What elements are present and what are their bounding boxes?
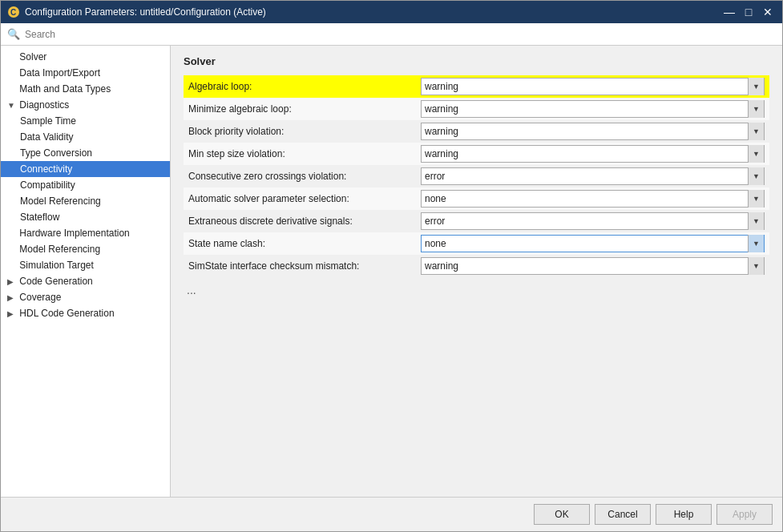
cancel-button[interactable]: Cancel xyxy=(595,504,651,525)
sidebar-item-model-referencing[interactable]: Model Referencing xyxy=(1,241,170,257)
panel-title: Solver xyxy=(184,55,769,67)
apply-button[interactable]: Apply xyxy=(716,504,773,525)
app-icon: C xyxy=(7,6,20,18)
svg-text:C: C xyxy=(10,8,16,17)
expand-icon: ▶ xyxy=(7,309,17,318)
collapse-icon: ▼ xyxy=(7,101,17,110)
dropdown-arrow-extraneous[interactable]: ▼ xyxy=(748,212,764,230)
dropdown-min-step[interactable]: warning ▼ xyxy=(421,145,765,163)
dropdown-text-block-priority: warning xyxy=(422,126,748,137)
param-label-block-priority: Block priority violation: xyxy=(184,120,416,143)
ellipsis: ... xyxy=(184,277,769,303)
sidebar-item-solver[interactable]: Solver xyxy=(1,49,170,65)
param-label-zero-crossings: Consecutive zero crossings violation: xyxy=(184,165,416,187)
sidebar-label-solver: Solver xyxy=(19,51,46,62)
sidebar-item-hdl-code-gen[interactable]: ▶ HDL Code Generation xyxy=(1,305,170,321)
dropdown-auto-solver[interactable]: none ▼ xyxy=(421,190,765,208)
param-label-min-step: Min step size violation: xyxy=(184,143,416,165)
titlebar: C Configuration Parameters: untitled/Con… xyxy=(1,1,782,23)
param-value-state-name: none ▼ xyxy=(416,232,769,255)
sidebar-item-math-data-types[interactable]: Math and Data Types xyxy=(1,81,170,97)
dropdown-arrow-min-step[interactable]: ▼ xyxy=(748,145,764,163)
table-row: SimState interface checksum mismatch: wa… xyxy=(184,255,769,277)
table-row: Block priority violation: warning ▼ xyxy=(184,120,769,143)
dropdown-state-name[interactable]: none ▼ xyxy=(421,235,765,252)
sidebar-label-data-import: Data Import/Export xyxy=(19,67,100,79)
sidebar-label-connectivity: Connectivity xyxy=(20,163,72,175)
dropdown-arrow-minimize[interactable]: ▼ xyxy=(748,100,764,118)
sidebar-item-code-generation[interactable]: ▶ Code Generation xyxy=(1,273,170,289)
minimize-button[interactable]: — xyxy=(721,4,737,20)
param-value-zero-crossings: error ▼ xyxy=(416,165,769,187)
dropdown-text-state-name: none xyxy=(422,238,748,249)
sidebar-label-model-ref: Model Referencing xyxy=(19,244,100,255)
sidebar-item-model-referencing-child[interactable]: Model Referencing xyxy=(1,193,170,209)
maximize-button[interactable]: □ xyxy=(741,4,757,20)
sidebar-item-connectivity[interactable]: Connectivity xyxy=(1,161,170,177)
sidebar-label-data-validity: Data Validity xyxy=(20,131,73,143)
param-value-min-step: warning ▼ xyxy=(416,143,769,165)
param-label-minimize: Minimize algebraic loop: xyxy=(184,98,416,120)
dropdown-simstate[interactable]: warning ▼ xyxy=(421,257,765,275)
param-value-extraneous: error ▼ xyxy=(416,210,769,232)
dropdown-arrow-algebraic-loop[interactable]: ▼ xyxy=(748,78,764,95)
param-value-algebraic-loop: warning ▼ xyxy=(416,75,769,98)
params-table: Algebraic loop: warning ▼ Minimize algeb… xyxy=(184,75,769,277)
ok-button[interactable]: OK xyxy=(534,504,590,525)
sidebar-label-hardware-impl: Hardware Implementation xyxy=(19,228,129,239)
param-value-minimize: warning ▼ xyxy=(416,98,769,120)
sidebar-label-type-conversion: Type Conversion xyxy=(20,147,92,159)
expand-icon: ▶ xyxy=(7,277,17,286)
sidebar-label-math: Math and Data Types xyxy=(19,83,111,95)
param-label-state-name: State name clash: xyxy=(184,232,416,255)
window-controls: — □ ✕ xyxy=(721,4,776,20)
dropdown-arrow-simstate[interactable]: ▼ xyxy=(748,257,764,275)
param-label-simstate: SimState interface checksum mismatch: xyxy=(184,255,416,277)
sidebar-label-coverage: Coverage xyxy=(19,292,61,303)
expand-icon: ▶ xyxy=(7,293,17,302)
dropdown-arrow-block-priority[interactable]: ▼ xyxy=(748,123,764,140)
sidebar-item-hardware-impl[interactable]: Hardware Implementation xyxy=(1,225,170,241)
dropdown-arrow-auto-solver[interactable]: ▼ xyxy=(748,190,764,208)
window-title: Configuration Parameters: untitled/Confi… xyxy=(25,6,721,18)
param-label-extraneous: Extraneous discrete derivative signals: xyxy=(184,210,416,232)
sidebar-item-stateflow[interactable]: Stateflow xyxy=(1,209,170,225)
table-row: State name clash: none ▼ xyxy=(184,232,769,255)
sidebar-item-sample-time[interactable]: Sample Time xyxy=(1,113,170,129)
dropdown-text-extraneous: error xyxy=(422,216,748,227)
dropdown-block-priority[interactable]: warning ▼ xyxy=(421,123,765,140)
dropdown-minimize[interactable]: warning ▼ xyxy=(421,100,765,118)
sidebar-label-sim-target: Simulation Target xyxy=(19,260,94,271)
search-icon: 🔍 xyxy=(7,28,20,40)
sidebar-item-data-import-export[interactable]: Data Import/Export xyxy=(1,65,170,81)
sidebar-label-diagnostics: Diagnostics xyxy=(19,99,69,111)
sidebar: Solver Data Import/Export Math and Data … xyxy=(1,46,171,497)
dropdown-text-algebraic-loop: warning xyxy=(422,81,748,92)
param-label-algebraic-loop: Algebraic loop: xyxy=(184,75,416,98)
sidebar-item-type-conversion[interactable]: Type Conversion xyxy=(1,145,170,161)
sidebar-item-data-validity[interactable]: Data Validity xyxy=(1,129,170,145)
sidebar-item-coverage[interactable]: ▶ Coverage xyxy=(1,289,170,305)
help-button[interactable]: Help xyxy=(656,504,712,525)
main-panel: Solver Algebraic loop: warning ▼ Minim xyxy=(171,46,782,497)
table-row: Minimize algebraic loop: warning ▼ xyxy=(184,98,769,120)
search-bar: 🔍 xyxy=(1,23,782,46)
table-row: Automatic solver parameter selection: no… xyxy=(184,187,769,210)
table-row: Extraneous discrete derivative signals: … xyxy=(184,210,769,232)
sidebar-item-compatibility[interactable]: Compatibility xyxy=(1,177,170,193)
sidebar-item-simulation-target[interactable]: Simulation Target xyxy=(1,257,170,273)
content-area: Solver Data Import/Export Math and Data … xyxy=(1,46,782,497)
sidebar-label-stateflow: Stateflow xyxy=(20,212,59,223)
dropdown-arrow-state-name[interactable]: ▼ xyxy=(748,235,764,252)
dropdown-extraneous[interactable]: error ▼ xyxy=(421,212,765,230)
sidebar-item-diagnostics[interactable]: ▼ Diagnostics xyxy=(1,97,170,113)
close-button[interactable]: ✕ xyxy=(760,4,776,20)
param-value-simstate: warning ▼ xyxy=(416,255,769,277)
param-value-block-priority: warning ▼ xyxy=(416,120,769,143)
table-row: Min step size violation: warning ▼ xyxy=(184,143,769,165)
dropdown-arrow-zero-crossings[interactable]: ▼ xyxy=(748,167,764,185)
dropdown-zero-crossings[interactable]: error ▼ xyxy=(421,167,765,185)
search-input[interactable] xyxy=(25,29,776,40)
param-label-auto-solver: Automatic solver parameter selection: xyxy=(184,187,416,210)
dropdown-algebraic-loop[interactable]: warning ▼ xyxy=(421,78,765,95)
